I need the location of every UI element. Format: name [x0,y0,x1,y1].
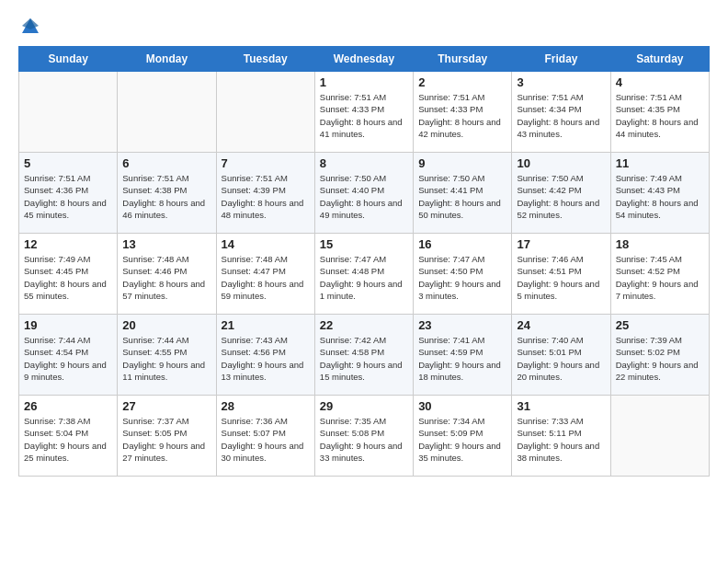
day-info: Sunrise: 7:44 AM Sunset: 4:55 PM Dayligh… [122,334,210,383]
day-info: Sunrise: 7:39 AM Sunset: 5:02 PM Dayligh… [616,334,704,383]
day-info: Sunrise: 7:48 AM Sunset: 4:47 PM Dayligh… [222,253,310,302]
day-number: 17 [517,237,605,251]
day-info: Sunrise: 7:47 AM Sunset: 4:50 PM Dayligh… [418,253,506,302]
calendar-cell: 8Sunrise: 7:50 AM Sunset: 4:40 PM Daylig… [314,153,413,234]
calendar-cell: 13Sunrise: 7:48 AM Sunset: 4:46 PM Dayli… [118,234,216,315]
day-number: 12 [24,237,112,251]
calendar-cell: 18Sunrise: 7:45 AM Sunset: 4:52 PM Dayli… [610,234,709,315]
calendar-cell [19,72,118,153]
day-number: 10 [517,156,605,170]
calendar-cell: 4Sunrise: 7:51 AM Sunset: 4:35 PM Daylig… [610,72,709,153]
calendar-cell: 10Sunrise: 7:50 AM Sunset: 4:42 PM Dayli… [512,153,610,234]
day-info: Sunrise: 7:50 AM Sunset: 4:42 PM Dayligh… [517,172,605,221]
calendar-cell: 25Sunrise: 7:39 AM Sunset: 5:02 PM Dayli… [610,315,709,396]
calendar-cell: 24Sunrise: 7:40 AM Sunset: 5:01 PM Dayli… [512,315,610,396]
day-number: 13 [122,237,210,251]
day-info: Sunrise: 7:38 AM Sunset: 5:04 PM Dayligh… [24,415,112,464]
calendar-header: SundayMondayTuesdayWednesdayThursdayFrid… [19,47,710,72]
weekday-header: Thursday [414,47,512,72]
weekday-header: Monday [118,47,216,72]
day-info: Sunrise: 7:46 AM Sunset: 4:51 PM Dayligh… [517,253,605,302]
calendar-cell: 19Sunrise: 7:44 AM Sunset: 4:54 PM Dayli… [19,315,118,396]
day-number: 16 [418,237,506,251]
calendar-cell: 2Sunrise: 7:51 AM Sunset: 4:33 PM Daylig… [414,72,512,153]
day-info: Sunrise: 7:50 AM Sunset: 4:40 PM Dayligh… [320,172,408,221]
weekday-row: SundayMondayTuesdayWednesdayThursdayFrid… [19,47,710,72]
day-info: Sunrise: 7:47 AM Sunset: 4:48 PM Dayligh… [320,253,408,302]
day-info: Sunrise: 7:50 AM Sunset: 4:41 PM Dayligh… [418,172,506,221]
calendar-cell: 27Sunrise: 7:37 AM Sunset: 5:05 PM Dayli… [118,396,216,477]
page: SundayMondayTuesdayWednesdayThursdayFrid… [0,0,728,493]
day-info: Sunrise: 7:40 AM Sunset: 5:01 PM Dayligh… [517,334,605,383]
day-number: 22 [320,318,408,332]
calendar-cell [216,72,314,153]
calendar-cell: 26Sunrise: 7:38 AM Sunset: 5:04 PM Dayli… [19,396,118,477]
day-info: Sunrise: 7:51 AM Sunset: 4:34 PM Dayligh… [517,91,605,140]
day-number: 21 [222,318,310,332]
calendar-cell: 28Sunrise: 7:36 AM Sunset: 5:07 PM Dayli… [216,396,314,477]
day-info: Sunrise: 7:45 AM Sunset: 4:52 PM Dayligh… [616,253,704,302]
calendar-cell [610,396,709,477]
day-info: Sunrise: 7:43 AM Sunset: 4:56 PM Dayligh… [222,334,310,383]
weekday-header: Saturday [610,47,709,72]
calendar-table: SundayMondayTuesdayWednesdayThursdayFrid… [18,46,710,477]
day-info: Sunrise: 7:51 AM Sunset: 4:38 PM Dayligh… [122,172,210,221]
header [18,17,710,37]
calendar-cell: 1Sunrise: 7:51 AM Sunset: 4:33 PM Daylig… [314,72,413,153]
day-number: 7 [222,156,310,170]
calendar-cell: 15Sunrise: 7:47 AM Sunset: 4:48 PM Dayli… [314,234,413,315]
day-number: 15 [320,237,408,251]
calendar-cell: 31Sunrise: 7:33 AM Sunset: 5:11 PM Dayli… [512,396,610,477]
calendar-week-row: 1Sunrise: 7:51 AM Sunset: 4:33 PM Daylig… [19,72,710,153]
calendar-cell: 22Sunrise: 7:42 AM Sunset: 4:58 PM Dayli… [314,315,413,396]
day-number: 5 [24,156,112,170]
day-number: 20 [122,318,210,332]
weekday-header: Friday [512,47,610,72]
day-info: Sunrise: 7:42 AM Sunset: 4:58 PM Dayligh… [320,334,408,383]
day-info: Sunrise: 7:36 AM Sunset: 5:07 PM Dayligh… [222,415,310,464]
day-number: 2 [418,75,506,89]
day-info: Sunrise: 7:35 AM Sunset: 5:08 PM Dayligh… [320,415,408,464]
day-number: 26 [24,399,112,413]
day-number: 28 [222,399,310,413]
calendar-cell: 16Sunrise: 7:47 AM Sunset: 4:50 PM Dayli… [414,234,512,315]
calendar-week-row: 12Sunrise: 7:49 AM Sunset: 4:45 PM Dayli… [19,234,710,315]
day-number: 19 [24,318,112,332]
day-number: 30 [418,399,506,413]
day-info: Sunrise: 7:51 AM Sunset: 4:33 PM Dayligh… [320,91,408,140]
calendar-week-row: 5Sunrise: 7:51 AM Sunset: 4:36 PM Daylig… [19,153,710,234]
day-number: 25 [616,318,704,332]
day-info: Sunrise: 7:49 AM Sunset: 4:45 PM Dayligh… [24,253,112,302]
svg-marker-1 [22,18,39,29]
day-info: Sunrise: 7:37 AM Sunset: 5:05 PM Dayligh… [122,415,210,464]
calendar-cell: 11Sunrise: 7:49 AM Sunset: 4:43 PM Dayli… [610,153,709,234]
day-info: Sunrise: 7:34 AM Sunset: 5:09 PM Dayligh… [418,415,506,464]
calendar-cell: 23Sunrise: 7:41 AM Sunset: 4:59 PM Dayli… [414,315,512,396]
day-info: Sunrise: 7:33 AM Sunset: 5:11 PM Dayligh… [517,415,605,464]
logo-icon [20,17,40,37]
calendar-cell: 9Sunrise: 7:50 AM Sunset: 4:41 PM Daylig… [414,153,512,234]
calendar-cell: 12Sunrise: 7:49 AM Sunset: 4:45 PM Dayli… [19,234,118,315]
calendar-body: 1Sunrise: 7:51 AM Sunset: 4:33 PM Daylig… [19,72,710,477]
day-number: 24 [517,318,605,332]
calendar-cell: 29Sunrise: 7:35 AM Sunset: 5:08 PM Dayli… [314,396,413,477]
day-number: 9 [418,156,506,170]
calendar-cell [118,72,216,153]
day-number: 11 [616,156,704,170]
day-info: Sunrise: 7:49 AM Sunset: 4:43 PM Dayligh… [616,172,704,221]
day-info: Sunrise: 7:51 AM Sunset: 4:36 PM Dayligh… [24,172,112,221]
weekday-header: Tuesday [216,47,314,72]
calendar-cell: 3Sunrise: 7:51 AM Sunset: 4:34 PM Daylig… [512,72,610,153]
day-number: 14 [222,237,310,251]
calendar-cell: 21Sunrise: 7:43 AM Sunset: 4:56 PM Dayli… [216,315,314,396]
calendar-week-row: 19Sunrise: 7:44 AM Sunset: 4:54 PM Dayli… [19,315,710,396]
day-number: 23 [418,318,506,332]
logo [18,17,40,37]
calendar-cell: 20Sunrise: 7:44 AM Sunset: 4:55 PM Dayli… [118,315,216,396]
day-number: 31 [517,399,605,413]
calendar-week-row: 26Sunrise: 7:38 AM Sunset: 5:04 PM Dayli… [19,396,710,477]
day-number: 6 [122,156,210,170]
calendar-cell: 5Sunrise: 7:51 AM Sunset: 4:36 PM Daylig… [19,153,118,234]
day-info: Sunrise: 7:44 AM Sunset: 4:54 PM Dayligh… [24,334,112,383]
day-number: 8 [320,156,408,170]
